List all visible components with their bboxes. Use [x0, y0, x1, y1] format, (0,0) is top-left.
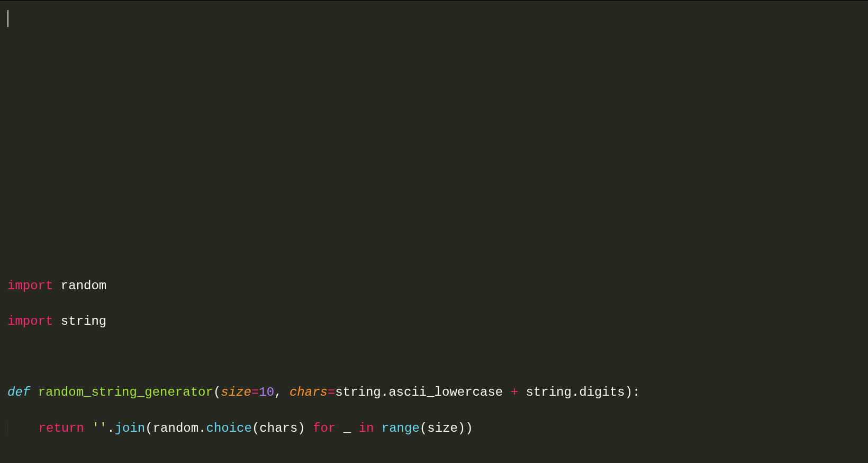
method-call: join: [115, 421, 146, 435]
code-line[interactable]: [7, 64, 861, 82]
parameter: chars: [290, 385, 328, 399]
code-line[interactable]: [7, 28, 861, 46]
expression: string.ascii_lowercase: [335, 385, 510, 399]
punctuation: (: [252, 421, 259, 435]
operator: +: [511, 385, 518, 399]
punctuation: ,: [274, 385, 290, 399]
builtin-call: range: [382, 421, 420, 435]
punctuation: ): [625, 385, 632, 399]
punctuation: ): [465, 421, 473, 435]
punctuation: .: [107, 421, 114, 435]
punctuation: ): [297, 421, 313, 435]
function-name: random_string_generator: [38, 385, 213, 399]
parameter: size: [221, 385, 251, 399]
punctuation: ): [458, 421, 465, 435]
keyword-def: def: [7, 385, 30, 399]
string-literal: '': [92, 421, 107, 435]
code-line[interactable]: import random: [7, 277, 861, 295]
code-line[interactable]: def random_string_generator(size=10, cha…: [7, 384, 861, 402]
keyword-import: import: [7, 279, 53, 293]
code-editor[interactable]: import random import string def random_s…: [0, 1, 868, 463]
module-name: random: [53, 279, 106, 293]
number-literal: 10: [259, 385, 274, 399]
code-line[interactable]: return ''.join(random.choice(chars) for …: [7, 420, 861, 438]
argument: size: [427, 421, 458, 435]
punctuation: :: [632, 385, 640, 399]
object-ref: random.: [153, 421, 206, 435]
code-line[interactable]: [7, 99, 861, 117]
argument: chars: [259, 421, 297, 435]
indent: [7, 421, 39, 435]
keyword-for: for: [313, 421, 336, 435]
code-line[interactable]: [7, 135, 861, 153]
punctuation: (: [420, 421, 427, 435]
expression: string.digits: [518, 385, 625, 399]
module-name: string: [53, 314, 106, 328]
keyword-in: in: [359, 421, 374, 435]
code-line[interactable]: [7, 206, 861, 224]
keyword-return: return: [39, 421, 84, 435]
method-call: choice: [206, 421, 252, 435]
code-line[interactable]: [7, 170, 861, 188]
operator: =: [251, 385, 259, 399]
punctuation: (: [213, 385, 221, 399]
variable: _: [336, 421, 358, 435]
punctuation: (: [145, 421, 152, 435]
operator: =: [328, 385, 335, 399]
code-line[interactable]: [7, 348, 861, 366]
code-line[interactable]: [7, 242, 861, 260]
keyword-import: import: [7, 314, 53, 328]
code-line[interactable]: import string: [7, 313, 861, 331]
text-cursor: [7, 10, 8, 27]
